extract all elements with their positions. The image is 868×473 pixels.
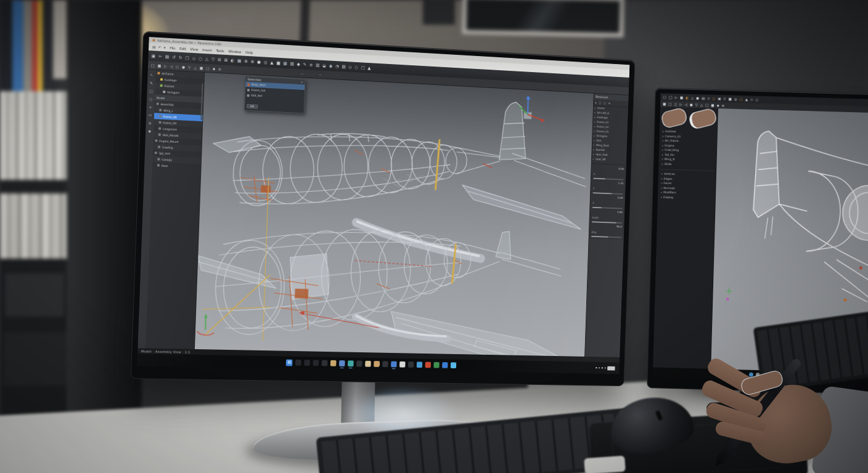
toolbar-icon[interactable]: ● [182, 65, 185, 69]
taskbar-app-icon[interactable] [408, 362, 414, 368]
toolbar-icon[interactable]: □ [185, 55, 189, 60]
toolbar-icon[interactable]: ◎ [734, 97, 737, 101]
toolbar-icon[interactable]: + [149, 105, 152, 109]
taskbar-app-icon[interactable] [417, 362, 423, 368]
toolbar-icon[interactable]: ◆ [716, 103, 719, 107]
toolbar-icon[interactable]: ▷ [675, 95, 678, 99]
toolbar-icon[interactable]: △ [700, 103, 703, 107]
toolbar-icon[interactable]: ■ [680, 95, 683, 99]
toolbar-icon[interactable]: ▣ [152, 54, 156, 59]
toolbar-icon[interactable]: □ [149, 89, 153, 93]
toolbar-icon[interactable]: ◉ [329, 63, 332, 68]
toolbar-icon[interactable]: ■ [729, 97, 732, 101]
property-row[interactable]: X0.00 [593, 166, 624, 180]
toolbar-icon[interactable]: ■ [158, 63, 162, 68]
toolbar-icon[interactable]: ○ [149, 97, 152, 101]
taskbar-app-icon[interactable] [442, 362, 448, 368]
toolbar-icon[interactable]: □ [361, 65, 364, 70]
close-icon[interactable]: ✕ [301, 81, 303, 84]
panel-row[interactable]: Skids [660, 161, 714, 168]
toolbar-icon[interactable]: ▷ [679, 102, 682, 106]
property-row[interactable]: Scale1.00 [592, 209, 623, 224]
toolbar-icon[interactable]: ▨ [342, 64, 346, 69]
taskbar-app-icon[interactable] [330, 360, 337, 366]
toolbar-icon[interactable]: ◁ [685, 103, 687, 107]
toolbar-icon[interactable]: ● [690, 103, 693, 107]
toolbar-icon[interactable]: ▤ [702, 96, 705, 100]
toolbar-icon[interactable]: □ [599, 101, 601, 105]
menu-insert[interactable]: Insert [202, 47, 212, 52]
toolbar-icon[interactable]: ○ [755, 98, 758, 102]
toolbar-icon[interactable]: ▽ [723, 97, 726, 100]
tray-clock[interactable] [607, 366, 615, 370]
menu-tools[interactable]: Tools [216, 49, 224, 53]
toolbar-icon[interactable]: ◆ [297, 62, 300, 67]
toolbar-icon[interactable]: ⊠ [224, 57, 228, 62]
toolbar-icon[interactable]: ● [257, 59, 261, 64]
toolbar-icon[interactable]: ▾ [163, 45, 165, 49]
toolbar-icon[interactable]: ■ [200, 65, 203, 70]
taskbar-app-icon[interactable] [425, 362, 432, 368]
taskbar-app-icon[interactable] [391, 362, 397, 368]
toolbar-icon[interactable]: ◆ [213, 67, 216, 71]
toolbar-icon[interactable]: ▦ [237, 58, 242, 63]
property-row[interactable]: Ang90.0 [591, 224, 622, 238]
menu-view[interactable]: View [190, 47, 199, 51]
ok-button[interactable]: OK [247, 104, 258, 109]
property-row[interactable]: Z0.40 [592, 195, 623, 209]
panel-row[interactable]: Display [660, 195, 713, 201]
toolbar-icon[interactable]: ◇ [348, 65, 351, 70]
taskbar-app-icon[interactable] [322, 360, 328, 366]
viewport-canvas[interactable]: Selection ✕ Body_MainFrame_SetEdit_Ref O… [195, 73, 594, 357]
toolbar-icon[interactable]: △ [194, 65, 197, 70]
taskbar-app-icon[interactable] [295, 360, 301, 366]
toolbar-icon[interactable]: ○ [354, 65, 358, 70]
toolbar-icon[interactable]: ▽ [211, 57, 215, 62]
toolbar-icon[interactable]: ▲ [367, 65, 371, 70]
toolbar-icon[interactable]: ▭ [149, 113, 152, 117]
secondary-side-panel[interactable]: OutlinerCamera_01AC_FrameEngineCowl_Ring… [653, 107, 718, 368]
toolbar-icon[interactable]: △ [205, 57, 209, 62]
taskbar-app-icon[interactable] [365, 361, 371, 367]
toolbar-icon[interactable]: ◯ [669, 95, 673, 99]
taskbar-app-icon[interactable] [339, 360, 345, 366]
toolbar-icon[interactable]: ▣ [718, 97, 721, 100]
start-button[interactable]: ⊞ [286, 359, 293, 366]
toolbar-icon[interactable]: □ [663, 95, 666, 99]
selection-dialog[interactable]: Selection ✕ Body_MainFrame_SetEdit_Ref O… [244, 76, 306, 113]
toolbar-icon[interactable]: △ [691, 96, 694, 100]
toolbar-icon[interactable]: ≡ [608, 101, 610, 105]
toolbar-icon[interactable]: ≡ [218, 67, 221, 71]
toolbar-icon[interactable]: ✎ [150, 81, 153, 85]
system-tray[interactable] [596, 366, 615, 370]
toolbar-icon[interactable]: ↖ [150, 73, 153, 77]
taskbar-app-icon[interactable] [374, 361, 380, 367]
toolbar-icon[interactable]: ▷ [164, 63, 167, 68]
toolbar-icon[interactable]: □ [206, 66, 210, 70]
toolbar-icon[interactable]: ■ [276, 60, 280, 65]
toolbar-icon[interactable]: ◎ [264, 60, 268, 65]
toolbar-icon[interactable]: ▽ [695, 103, 698, 107]
menu-window[interactable]: Window [228, 49, 241, 54]
toolbar-icon[interactable]: □ [151, 63, 155, 67]
toolbar-icon[interactable]: ● [696, 96, 699, 100]
taskbar-app-icon[interactable] [304, 360, 310, 366]
toolbar-icon[interactable]: ⊗ [250, 59, 254, 64]
toolbar-icon[interactable]: ○ [199, 56, 202, 61]
toolbar-icon[interactable]: ◇ [192, 55, 196, 60]
toolbar-icon[interactable]: ◆ [148, 129, 151, 133]
taskbar-app-icon[interactable] [399, 362, 406, 368]
toolbar-icon[interactable]: ≡ [722, 103, 725, 107]
toolbar-icon[interactable]: □ [668, 102, 671, 106]
toolbar-icon[interactable]: ↻ [179, 55, 182, 60]
toolbar-icon[interactable]: ⊕ [244, 59, 248, 63]
toolbar-icon[interactable]: ○ [604, 101, 606, 105]
toolbar-icon[interactable]: ✎ [303, 62, 306, 67]
toolbar-icon[interactable]: ○ [712, 97, 715, 100]
toolbar-icon[interactable]: ↺ [172, 55, 176, 60]
property-row[interactable]: Y1.25 [593, 180, 624, 195]
toolbar-icon[interactable]: ◔ [335, 63, 339, 68]
toolbar-icon[interactable]: ▲ [270, 60, 273, 65]
thumbnail[interactable] [660, 107, 688, 129]
taskbar-app-icon[interactable] [348, 360, 354, 366]
